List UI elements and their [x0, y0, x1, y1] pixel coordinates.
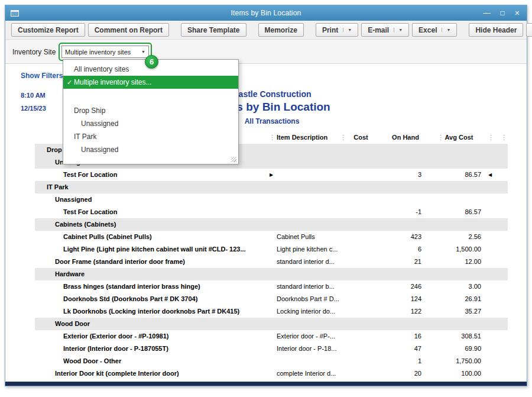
- dropdown-item-label: Drop Ship: [63, 104, 105, 117]
- dropdown-item[interactable]: ✓: [63, 89, 238, 104]
- item-avg-cost: 26.91: [437, 293, 487, 305]
- dropdown-arrow-icon[interactable]: ▼: [394, 28, 403, 32]
- table-row[interactable]: Unassigned ▶ ◀: [35, 193, 508, 206]
- item-name: Wood Door: [35, 318, 268, 330]
- row-end-marker: ◀: [487, 268, 508, 280]
- dropdown-item[interactable]: ✓ Unassigned: [63, 143, 238, 156]
- toolbar-button[interactable]: Memorize ▼: [258, 23, 304, 37]
- table-row[interactable]: Doorknobs Std (Doorknobs Part # DK 3704)…: [35, 293, 508, 305]
- table-row[interactable]: Wood Door - Other ▶ 1 1,750.00 ◀: [35, 355, 508, 367]
- item-description: ▶ Light pine kitchen c...: [268, 243, 339, 256]
- item-description-text: Cabinet Pulls: [277, 233, 315, 240]
- item-cost: [339, 156, 390, 169]
- toolbar-button[interactable]: Print ▼: [316, 23, 358, 37]
- item-description-text: Exterior door - #P-...: [277, 333, 335, 340]
- table-row[interactable]: Hardware ▶ ◀: [35, 268, 508, 280]
- item-on-hand: 246: [390, 280, 437, 293]
- close-button[interactable]: ×: [515, 9, 520, 17]
- table-row[interactable]: Cabinet Pulls (Cabinet Pulls) ▶ Cabinet …: [35, 231, 508, 243]
- table-row[interactable]: Test For Location ▶ 3 86.57 ◀: [35, 169, 508, 181]
- dropdown-arrow-icon[interactable]: ▼: [343, 28, 352, 32]
- item-on-hand: 423: [390, 231, 437, 243]
- item-avg-cost: 2.56: [437, 231, 487, 243]
- inventory-site-highlight-outline: Multiple inventory sites ▼: [59, 43, 152, 61]
- item-avg-cost: 69.90: [437, 343, 487, 355]
- table-row[interactable]: Wood Door ▶ ◀: [35, 318, 508, 330]
- row-end-marker: ◀: [487, 169, 508, 181]
- item-cost: [339, 193, 390, 206]
- item-cost: [339, 218, 390, 231]
- item-description: ▶: [268, 193, 339, 206]
- dropdown-item[interactable]: ✓ IT Park: [63, 130, 238, 143]
- item-description: ▶: [268, 144, 339, 156]
- item-name: Cabinets (Cabinets): [35, 218, 268, 231]
- item-description: ▶: [268, 156, 339, 169]
- table-row[interactable]: IT Park ▶ ◀: [35, 181, 508, 193]
- inventory-site-select[interactable]: Multiple inventory sites ▼: [61, 46, 149, 58]
- window-icon[interactable]: [11, 10, 19, 17]
- dropdown-item[interactable]: ✓ Drop Ship: [63, 104, 238, 117]
- item-on-hand: [390, 318, 437, 330]
- item-cost: [339, 268, 390, 280]
- toolbar-button-label: Share Template: [187, 26, 239, 34]
- table-row[interactable]: Cabinets (Cabinets) ▶ ◀: [35, 218, 508, 231]
- toolbar-button[interactable]: Refresh ▼: [526, 23, 532, 37]
- item-on-hand: -1: [390, 206, 437, 218]
- check-icon: ✓: [67, 76, 72, 89]
- toolbar-button-label: Customize Report: [18, 26, 79, 34]
- toolbar-button[interactable]: Comment on Report ▼: [88, 23, 169, 37]
- column-header-end: [487, 131, 508, 144]
- toolbar-button[interactable]: E-mail ▼: [361, 23, 409, 37]
- item-cost: [339, 355, 390, 367]
- combo-arrow-icon[interactable]: ▼: [138, 50, 148, 54]
- titlebar[interactable]: Items by Bin Location — □ ×: [5, 5, 527, 21]
- item-name: Unassigned: [35, 193, 268, 206]
- item-description: ▶ Locking interior do...: [268, 305, 339, 318]
- table-row[interactable]: Door Frame (standard interior door frame…: [35, 256, 508, 268]
- item-name: Brass hinges (standard interior brass hi…: [35, 280, 268, 293]
- toolbar-button[interactable]: Hide Header ▼: [469, 23, 523, 37]
- item-avg-cost: 86.57: [437, 169, 487, 181]
- maximize-button[interactable]: □: [501, 9, 505, 17]
- table-row[interactable]: Test For Location ▶ -1 86.57 ◀: [35, 206, 508, 218]
- resize-grip[interactable]: [231, 157, 236, 162]
- toolbar-button[interactable]: Excel ▼: [412, 23, 457, 37]
- item-description: ▶ Cabinet Pulls: [268, 231, 339, 243]
- item-on-hand: [390, 181, 437, 193]
- item-on-hand: 6: [390, 243, 437, 256]
- item-cost: [339, 206, 390, 218]
- row-end-marker: ◀: [487, 305, 508, 318]
- item-description: ▶ Doorknobs Part # D...: [268, 293, 339, 305]
- column-header-cost: Cost: [339, 131, 390, 144]
- minimize-button[interactable]: —: [484, 9, 491, 17]
- item-cost: [339, 243, 390, 256]
- dropdown-item[interactable]: ✓ Multiple inventory sites...: [63, 76, 238, 89]
- table-row[interactable]: Light Pine (Light pine kitchen cabinet w…: [35, 243, 508, 256]
- dropdown-item[interactable]: ✓ Unassigned: [63, 117, 238, 130]
- toolbar-button[interactable]: Share Template ▼: [181, 23, 246, 37]
- item-avg-cost: 3.00: [437, 280, 487, 293]
- show-filters-link[interactable]: Show Filters: [21, 72, 63, 80]
- toolbar-button[interactable]: Customize Report ▼: [11, 23, 85, 37]
- item-description-text: standard interior d...: [277, 258, 335, 265]
- table-row[interactable]: Brass hinges (standard interior brass hi…: [35, 280, 508, 293]
- table-row[interactable]: Lk Doorknobs (Locking interior doorknobs…: [35, 305, 508, 318]
- row-end-marker: ◀: [487, 193, 508, 206]
- item-cost: [339, 293, 390, 305]
- item-avg-cost: 100.00: [437, 367, 487, 380]
- dropdown-arrow-icon[interactable]: ▼: [442, 28, 450, 32]
- item-on-hand: [390, 144, 437, 156]
- item-name: IT Park: [35, 181, 268, 193]
- item-description: ▶: [268, 181, 339, 193]
- toolbar-button-label: Hide Header: [475, 26, 517, 34]
- table-row[interactable]: Exterior (Exterior door - #P-10981) ▶ Ex…: [35, 330, 508, 343]
- item-description: ▶: [268, 169, 339, 181]
- dropdown-item-label: Unassigned: [63, 117, 118, 130]
- toolbar: Customize Report ▼ Comment on Report ▼ S…: [5, 21, 527, 40]
- table-row[interactable]: Interior (Interior door - P-187055T) ▶ I…: [35, 343, 508, 355]
- item-description-text: Light pine kitchen c...: [277, 246, 338, 253]
- table-row[interactable]: Interior Door kit (complete Interior doo…: [35, 367, 508, 380]
- item-name: Hardware: [35, 268, 268, 280]
- window-bottom-edge: [5, 382, 527, 386]
- item-name: Interior Door kit (complete Interior doo…: [35, 367, 268, 380]
